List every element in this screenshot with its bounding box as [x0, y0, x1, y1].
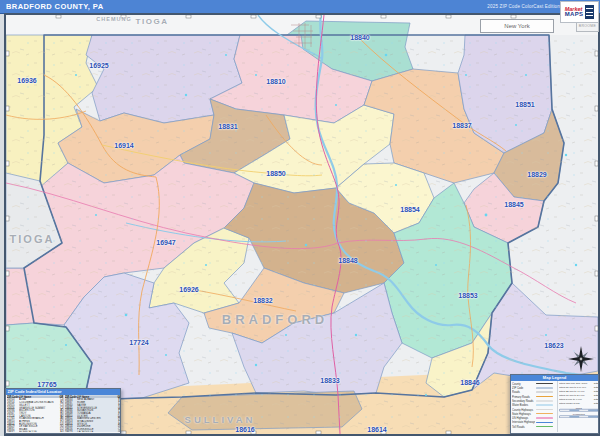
map-svg: [6, 15, 598, 434]
state-label-box: New York: [480, 19, 554, 33]
map-legend-panel: Map Legend County ZIP Code Roads Primary…: [510, 374, 599, 434]
broome-label: BROOME: [579, 24, 596, 28]
header-bar: BRADFORD COUNTY, PA 2025 ZIP Code ColorC…: [0, 0, 600, 14]
compass-rose-icon: [568, 346, 594, 372]
edition-label: 2025 ZIP Code ColorCast Edition: [487, 4, 560, 9]
legend-line-items: County ZIP Code Roads Primary Roads Seco…: [512, 382, 557, 429]
scale-bar-miles: Miles: [559, 406, 598, 412]
logo-maps-text: MAPS: [565, 12, 584, 17]
logo-fineprint-block: [585, 5, 594, 19]
index-right-column: 18833NEW ALBANYE5 18837ROMEF2 18840SAYRE…: [65, 398, 121, 432]
map-page: { "header": { "title": "BRADFORD COUNTY,…: [0, 0, 600, 436]
marketmaps-logo: Market MAPS: [560, 1, 599, 23]
index-left-column: 16910ALBAC4 16914COLUMBIA CROSS ROADSB2 …: [7, 398, 64, 432]
legend-city-item: Cities Under 5,000City: [559, 401, 598, 405]
legend-city-items: Cities 150,000 and AboveCity Cities 50,0…: [559, 382, 598, 405]
scale-bar-kilometers: Kilometers: [559, 412, 598, 418]
zip-index-panel: ZIP Code Index/Grid Locator ZIP CodeZIP …: [5, 388, 121, 434]
index-row: 18623LACEYVILLEG5: [65, 431, 121, 432]
legend-line-item: Toll Roads: [512, 424, 557, 428]
state-label: New York: [504, 23, 529, 29]
county-map-canvas[interactable]: 1693616925169141881018840188311885018837…: [4, 13, 600, 436]
index-row: 18832MONROETONE4: [7, 431, 64, 432]
page-title: BRADFORD COUNTY, PA: [6, 2, 103, 11]
